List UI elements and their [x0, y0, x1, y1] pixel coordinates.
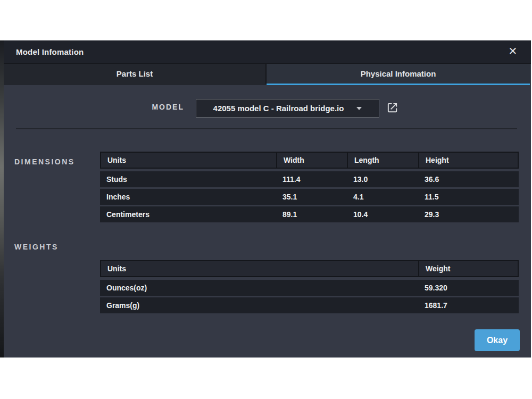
tab-bar: Parts List Physical Infomation	[4, 64, 531, 85]
table-cell: 59.320	[418, 280, 514, 296]
column-header: Length	[348, 153, 419, 168]
table-row: Inches35.14.111.5	[100, 189, 519, 205]
table-cell: 10.4	[347, 206, 418, 222]
table-cell: Centimeters	[100, 206, 276, 222]
table-cell: 29.3	[418, 206, 514, 222]
tab-parts-list-label: Parts List	[117, 69, 153, 78]
column-header: Units	[101, 153, 277, 168]
column-header: Units	[101, 261, 419, 276]
background-app-strip	[0, 40, 4, 358]
table-cell: 13.0	[347, 171, 418, 187]
column-header: Height	[419, 153, 516, 168]
dimensions-section-label: DIMENSIONS	[14, 157, 75, 166]
table-cell: 35.1	[276, 189, 347, 205]
horizontal-divider	[16, 128, 517, 129]
table-cell: 36.6	[418, 171, 514, 187]
column-header: Width	[277, 153, 348, 168]
close-icon[interactable]: ✕	[504, 43, 521, 60]
tab-physical-information[interactable]: Physical Infomation	[267, 64, 530, 85]
table-header-row: UnitsWeight	[100, 260, 519, 277]
model-label: MODEL	[68, 103, 184, 111]
table-cell: Ounces(oz)	[100, 280, 418, 296]
table-row: Centimeters89.110.429.3	[100, 206, 519, 222]
column-header: Weight	[419, 261, 516, 276]
table-cell: 4.1	[347, 189, 418, 205]
okay-button[interactable]: Okay	[475, 329, 520, 351]
weights-section-label: WEIGHTS	[14, 243, 59, 251]
table-cell: Inches	[100, 189, 276, 205]
dialog-titlebar: Model Infomation ✕	[4, 40, 531, 64]
table-cell: 111.4	[276, 171, 347, 187]
table-row: Ounces(oz)59.320	[100, 280, 519, 296]
table-row: Studs111.413.036.6	[100, 171, 519, 187]
table-cell: Grams(g)	[100, 297, 418, 313]
tab-parts-list[interactable]: Parts List	[4, 64, 267, 85]
table-cell: Studs	[100, 171, 276, 187]
page-background: Model Infomation ✕ Parts List Physical I…	[0, 0, 532, 399]
table-row: Grams(g)1681.7	[100, 297, 519, 313]
dialog-title: Model Infomation	[16, 47, 84, 56]
model-information-dialog: Model Infomation ✕ Parts List Physical I…	[4, 40, 531, 358]
weights-table: UnitsWeightOunces(oz)59.320Grams(g)1681.…	[100, 260, 519, 315]
model-dropdown-value: 42055 model C - Railroad bridge.io	[213, 104, 352, 113]
table-header-row: UnitsWidthLengthHeight	[100, 152, 519, 169]
dimensions-table: UnitsWidthLengthHeightStuds111.413.036.6…	[100, 152, 519, 224]
chevron-down-icon	[356, 107, 362, 110]
model-dropdown[interactable]: 42055 model C - Railroad bridge.io	[196, 99, 379, 118]
open-in-new-button[interactable]	[385, 101, 399, 114]
table-cell: 89.1	[276, 206, 347, 222]
table-cell: 11.5	[418, 189, 514, 205]
tab-physical-information-label: Physical Infomation	[361, 69, 436, 78]
table-cell: 1681.7	[418, 297, 514, 313]
open-in-new-icon	[386, 102, 398, 114]
